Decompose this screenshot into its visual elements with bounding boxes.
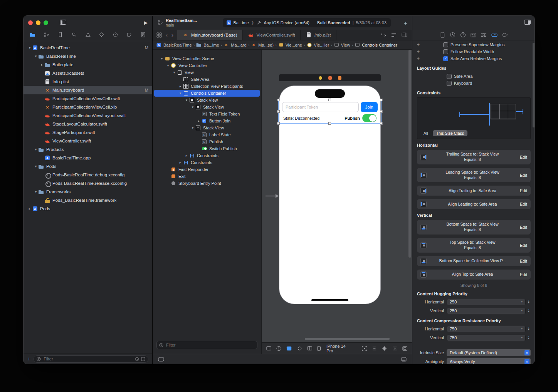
file-row[interactable]: Boilerplate [24,60,152,69]
checkbox[interactable] [443,49,448,54]
device-icon[interactable] [317,346,321,351]
outline-row[interactable]: First Responder [154,166,260,173]
exit-icon[interactable] [338,76,341,80]
vertical-scrollbar[interactable] [408,50,411,258]
checkbox[interactable] [443,56,448,61]
file-row[interactable]: Pods-BasicRealTime.debug.xcconfig [24,171,152,179]
file-row[interactable]: StageParticipant.swift [24,128,152,137]
orientation-icon[interactable] [297,346,302,351]
file-row[interactable]: ParticipantCollectionViewCell.swift [24,94,152,103]
file-row[interactable]: ViewController.swift [24,137,152,145]
editor-options-icon[interactable] [391,32,397,37]
align-icon[interactable] [372,346,377,351]
source-control-navigator-icon[interactable] [44,32,49,39]
constraints-diagram[interactable]: All This Size Class [417,97,531,139]
breadcrumb-item[interactable]: Vie...ene [278,42,306,47]
file-row[interactable]: Assets.xcassets [24,69,152,77]
find-navigator-icon[interactable] [71,32,77,39]
project-navigator-icon[interactable] [30,32,35,39]
close-window-button[interactable] [28,20,33,25]
priority-value-field[interactable]: 250▾ [447,299,526,305]
file-row[interactable]: BasicRealTime [24,52,152,60]
go-forward-icon[interactable]: › [171,32,173,38]
outline-toggle-icon[interactable] [266,346,271,351]
library-add-icon[interactable]: + [398,20,407,26]
add-file-button[interactable]: + [27,356,30,362]
file-row[interactable]: Pods [24,162,152,171]
size-class-tab-all[interactable]: All [424,131,428,136]
outline-filter-input[interactable] [165,342,255,348]
history-inspector-icon[interactable] [450,32,455,38]
debug-navigator-icon[interactable] [113,32,118,39]
outline-row[interactable]: Stack View [154,97,260,104]
quick-help-inspector-icon[interactable] [460,32,466,38]
canvas-viewport[interactable]: Participant Token Join State: Disconnect… [262,50,412,342]
constraint-edit-button[interactable]: Edit [520,188,527,193]
disclosure-chevron[interactable] [27,207,32,211]
outline-row[interactable]: Stack View [154,104,260,111]
code-review-icon[interactable] [381,32,386,37]
constraint-edit-button[interactable]: Edit [520,243,527,248]
constraint-edit-button[interactable]: Edit [520,202,527,206]
outline-row[interactable]: Exit [154,173,260,180]
outline-row[interactable]: Switch Publish [154,145,260,152]
outline-row[interactable]: Constraints [154,159,260,166]
disclosure-chevron[interactable] [172,70,176,74]
file-row[interactable]: Main.storyboard M [24,86,152,94]
zoom-window-button[interactable] [44,20,48,25]
priority-stepper[interactable]: ▴▾ [527,300,531,304]
disclosure-chevron[interactable] [184,98,189,102]
file-row[interactable]: Pods-BasicRealTime.release.xcconfig [24,179,152,188]
breadcrumb-item[interactable]: BasicRealTime [156,42,196,47]
bookmark-navigator-icon[interactable] [57,32,63,39]
resolve-auto-layout-icon[interactable] [392,346,397,351]
breadcrumb-item[interactable]: View [333,42,354,47]
constraint-edit-button[interactable]: Edit [520,173,527,178]
publish-switch[interactable] [362,114,376,122]
file-row[interactable]: Pods_BasicRealTime.framework [24,196,152,204]
file-row[interactable]: StageLayoutCalculator.swift [24,120,152,128]
add-constraints-icon[interactable] [382,346,387,351]
disclosure-chevron[interactable] [40,63,44,67]
join-button[interactable]: Join [361,102,378,112]
disclosure-chevron[interactable] [166,64,170,67]
disclosure-chevron[interactable] [160,57,164,60]
constraint-edit-button[interactable]: Edit [520,272,527,277]
iphone-device-preview[interactable]: Participant Token Join State: Disconnect… [279,85,381,304]
minimize-window-button[interactable] [36,20,40,25]
constraint-row[interactable]: Bottom Space to: Stack View Equals: 8 Ed… [417,220,531,235]
file-row[interactable]: Frameworks [24,188,152,196]
test-navigator-icon[interactable] [99,32,104,39]
editor-tab[interactable]: Main.storyboard (Base) [177,30,243,40]
participant-token-field[interactable]: Participant Token [282,102,359,112]
size-class-tab-this[interactable]: This Size Class [433,130,467,136]
outline-row[interactable]: Publish [154,138,260,145]
constraint-edit-button[interactable]: Edit [520,225,527,230]
disclosure-chevron[interactable] [184,154,189,157]
constraint-edit-button[interactable]: Edit [520,155,527,159]
recent-files-icon[interactable] [135,357,139,361]
outline-filter-field[interactable] [156,341,257,349]
breadcrumb-item[interactable]: Vie...ller [306,42,333,47]
constraint-row[interactable]: Leading Space to: Stack View Equals: 8 E… [417,168,531,183]
focus-icon[interactable] [362,346,367,351]
scheme-selector[interactable]: RealTimeSam... main [157,18,215,27]
disclosure-chevron[interactable] [34,190,38,194]
constraint-row[interactable]: Trailing Space to: Stack View Equals: 8 … [417,150,531,164]
file-row[interactable]: ParticipantCollectionViewCell.xib [24,103,152,111]
run-button[interactable]: ▶ [144,20,148,25]
filter-flags-icon[interactable] [141,357,145,361]
editor-layout-icon[interactable] [158,357,164,362]
outline-row[interactable]: View Controller [154,62,260,69]
outline-row[interactable]: Controls Container [154,90,260,97]
constraint-row[interactable]: Align Leading to: Safe Area Edit [417,199,531,209]
connections-inspector-icon[interactable] [502,32,508,38]
disclosure-chevron[interactable] [34,164,38,168]
priority-value-field[interactable]: 250▾ [447,308,526,314]
add-variation-button[interactable]: + [417,49,422,54]
constraint-row[interactable]: Align Top to: Safe Area Edit [417,270,531,280]
file-row[interactable]: Pods [24,204,152,213]
checkbox[interactable] [447,81,452,86]
disclosure-chevron[interactable] [178,161,183,164]
checkbox[interactable] [447,74,452,79]
